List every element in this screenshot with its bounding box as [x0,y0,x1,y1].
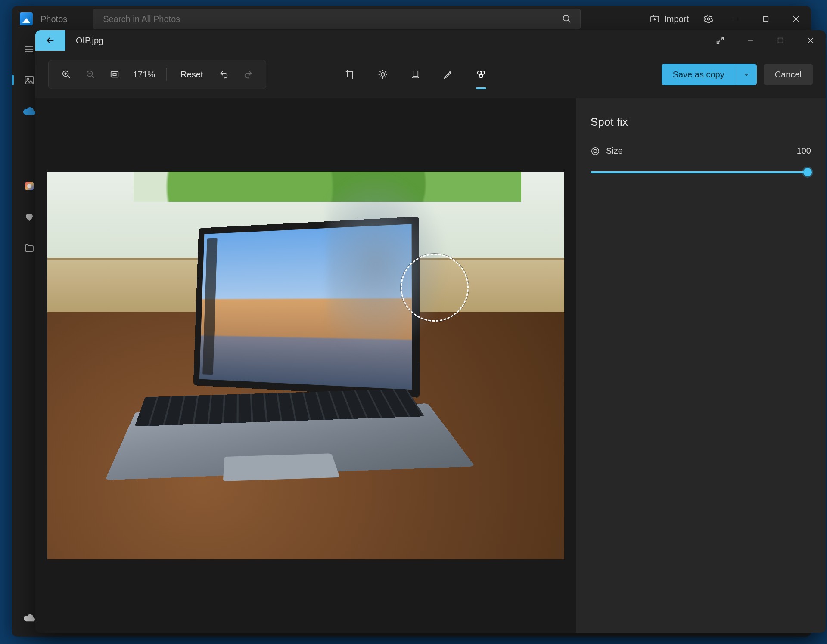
zoom-in-icon [62,70,71,79]
svg-line-16 [717,41,720,43]
close-icon [808,37,814,43]
folder-icon [24,243,34,253]
size-row: Size 100 [591,146,811,156]
reset-button[interactable]: Reset [174,65,210,84]
svg-point-14 [27,184,31,188]
editor-minimize-button[interactable] [735,30,765,51]
adjust-tab[interactable] [372,62,393,87]
save-button[interactable]: Save as copy [662,64,736,85]
search-input[interactable] [102,14,562,25]
photo-preview[interactable] [47,172,564,559]
svg-line-17 [721,37,723,40]
search-icon[interactable] [562,14,572,24]
save-label: Save as copy [673,70,724,80]
canvas-area[interactable] [35,98,576,633]
edit-mode-tabs [339,62,491,87]
zoom-level: 171% [129,70,159,80]
cloud-icon [24,614,35,622]
maximize-icon [763,16,769,22]
fit-to-screen-button[interactable] [105,65,124,84]
cloud-icon [23,107,35,115]
svg-point-42 [481,71,484,74]
svg-point-41 [477,71,481,74]
zoom-in-button[interactable] [56,65,76,84]
redo-button[interactable] [238,65,258,84]
redo-icon [243,70,253,79]
settings-button[interactable] [696,6,721,32]
undo-icon [219,70,229,79]
target-icon [591,146,600,156]
slider-thumb[interactable] [803,168,812,176]
cancel-button[interactable]: Cancel [764,64,813,85]
back-button[interactable] [35,30,65,51]
svg-line-23 [68,76,70,78]
slider-track [591,171,811,173]
retouch-tab[interactable] [470,62,491,87]
import-icon [650,14,660,24]
svg-rect-30 [113,73,116,76]
svg-point-45 [594,149,597,152]
svg-rect-29 [111,72,118,77]
size-value: 100 [797,146,811,156]
import-label: Import [664,14,689,24]
crop-icon [345,69,355,80]
zoom-toolbar: 171% Reset [48,60,266,89]
svg-line-1 [568,20,571,23]
filter-tab[interactable] [405,62,426,87]
maximize-icon [777,37,783,43]
svg-line-38 [385,71,386,72]
svg-line-37 [385,77,386,77]
svg-point-31 [381,73,384,76]
fullscreen-button[interactable] [705,30,735,51]
svg-point-44 [592,147,599,155]
size-slider[interactable] [591,167,811,177]
editor-titlebar: OIP.jpg [35,30,826,51]
minimize-icon [747,37,753,43]
pen-icon [443,69,453,80]
size-label: Size [606,146,623,156]
undo-button[interactable] [214,65,234,84]
spot-fix-icon [476,69,486,80]
window-maximize-button[interactable] [751,6,781,32]
svg-point-12 [27,78,29,80]
heart-icon [24,212,34,222]
editor-body: 171% Reset [35,51,826,633]
save-dropdown-button[interactable] [736,64,757,85]
import-button[interactable]: Import [642,6,696,32]
window-minimize-button[interactable] [721,6,751,32]
svg-line-27 [92,76,94,78]
editor-toolbar: 171% Reset [35,51,826,98]
separator [166,68,167,81]
spot-fix-cursor[interactable] [401,254,469,322]
svg-line-36 [379,71,380,72]
gear-icon [704,14,713,24]
arrow-left-icon [46,36,55,45]
svg-line-39 [379,77,380,77]
photo-icon [24,74,35,86]
svg-rect-5 [764,17,768,22]
zoom-out-button[interactable] [81,65,100,84]
panel-title: Spot fix [591,115,811,129]
editor-close-button[interactable] [796,30,826,51]
search-bar[interactable] [93,9,581,29]
expand-icon [715,36,725,45]
reset-label: Reset [180,70,203,80]
hamburger-icon [24,44,34,54]
crop-tab[interactable] [339,62,360,87]
photo-editor-window: OIP.jpg [35,30,826,633]
brightness-icon [377,69,388,80]
editor-maximize-button[interactable] [765,30,796,51]
icloud-icon [24,181,34,191]
svg-rect-40 [413,71,418,77]
file-name: OIP.jpg [76,36,103,46]
photos-titlebar-right: Import [642,6,811,32]
zoom-out-icon [86,70,95,79]
cancel-label: Cancel [775,70,802,80]
filter-icon [410,69,420,80]
chevron-down-icon [743,71,750,78]
photos-app-logo-icon [20,12,33,25]
svg-rect-19 [778,38,783,43]
markup-tab[interactable] [438,62,458,87]
window-close-button[interactable] [781,6,811,32]
photos-titlebar: Photos Import [12,6,811,32]
